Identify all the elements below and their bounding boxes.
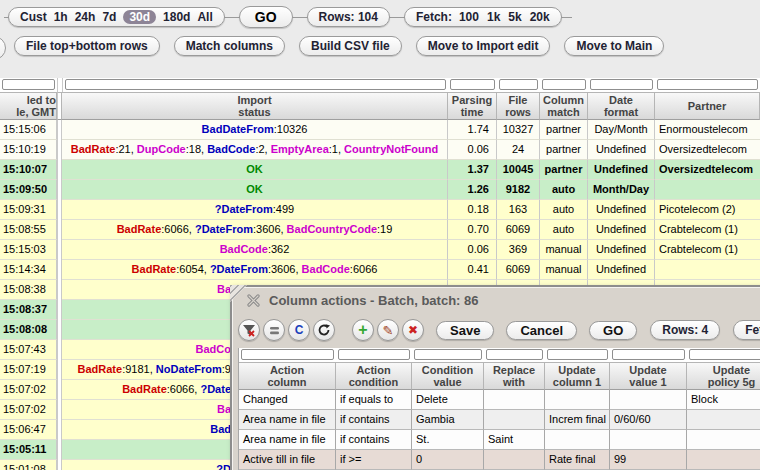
- dialog-fetch-button[interactable]: Fetch: 3: [733, 320, 760, 340]
- fetch-option-100[interactable]: 100: [459, 10, 479, 24]
- dialog-cell: Delete: [412, 390, 484, 410]
- table-row[interactable]: 15:10:07OK1.3710045partnerUndefinedOvers…: [0, 160, 760, 180]
- dialog-filter-input[interactable]: [612, 349, 685, 360]
- cell-file_rows: 6069: [497, 260, 540, 280]
- toolbar-button[interactable]: Move to Main: [564, 36, 664, 56]
- time-range-1h[interactable]: 1h: [54, 10, 68, 24]
- dialog-cell: if contains: [336, 430, 412, 450]
- column-header[interactable]: Importstatus: [62, 92, 448, 120]
- cell-time: 15:06:47: [0, 420, 57, 440]
- table-row[interactable]: 15:15:03BadCode:3620.06369manualUndefine…: [0, 240, 760, 260]
- column-header[interactable]: Filerows: [497, 92, 540, 120]
- time-range-30d[interactable]: 30d: [123, 10, 156, 24]
- table-row[interactable]: 15:09:31?DateFrom:4990.18163autoUndefine…: [0, 200, 760, 220]
- toolbar-button[interactable]: Move to Import edit: [416, 36, 551, 56]
- dialog-table-row[interactable]: Active till in fileif >=0Rate final99: [239, 450, 760, 470]
- cut-off-button[interactable]: [0, 36, 6, 60]
- dialog-cell: [687, 410, 760, 430]
- status-text: BadRate:9181, NoDateFrom:9: [78, 360, 231, 379]
- delete-icon[interactable]: ✖: [402, 319, 424, 341]
- rows-count-button[interactable]: Rows: 104: [307, 7, 390, 27]
- table-row[interactable]: 15:10:19BadRate:21, DupCode:18, BadCode:…: [0, 140, 760, 160]
- cell-fmt: Undefined: [588, 160, 655, 180]
- toolbar-button[interactable]: Match columns: [174, 36, 285, 56]
- column-header[interactable]: Partner: [655, 92, 760, 120]
- table-row[interactable]: 15:09:50OK1.269182autoMonth/Day: [0, 180, 760, 200]
- save-button[interactable]: Save: [436, 321, 494, 340]
- cell-file_rows: 369: [497, 240, 540, 260]
- dialog-go-button[interactable]: GO: [589, 321, 637, 340]
- list-icon[interactable]: [263, 319, 285, 341]
- dialog-cell: [610, 430, 687, 450]
- dialog-filter-input[interactable]: [414, 349, 482, 360]
- cell-parsing: 0.18: [448, 200, 497, 220]
- clear-icon[interactable]: C: [288, 319, 310, 341]
- dialog-table-row[interactable]: Area name in fileif containsGambiaIncrem…: [239, 410, 760, 430]
- column-header[interactable]: Parsingtime: [448, 92, 497, 120]
- refresh-icon[interactable]: [313, 319, 335, 341]
- column-header[interactable]: Columnmatch: [540, 92, 588, 120]
- fetch-option-5k[interactable]: 5k: [508, 10, 521, 24]
- column-filter-input[interactable]: [657, 79, 758, 90]
- cancel-button[interactable]: Cancel: [506, 321, 577, 340]
- dialog-column-header[interactable]: Replacewith: [484, 362, 545, 390]
- action-toolbar: File top+bottom rowsMatch columnsBuild C…: [14, 36, 664, 56]
- dialog-column-header[interactable]: Conditionvalue: [412, 362, 484, 390]
- cell-file_rows: 163: [497, 200, 540, 220]
- status-text: OK: [246, 183, 263, 195]
- column-actions-dialog: Column actions - Batch, batch: 86 C + ✎ …: [230, 285, 760, 470]
- dialog-column-header[interactable]: Actioncolumn: [239, 362, 336, 390]
- close-icon[interactable]: [246, 293, 261, 308]
- time-range-180d[interactable]: 180d: [163, 10, 190, 24]
- dialog-filter-input[interactable]: [547, 349, 608, 360]
- status-text: BadRate:6054, ?DateFrom:3606, BadCode:60…: [132, 263, 378, 275]
- dialog-table-row[interactable]: Area name in fileif containsSt.Saint: [239, 430, 760, 450]
- toolbar-button[interactable]: File top+bottom rows: [14, 36, 160, 56]
- dialog-filter-input[interactable]: [486, 349, 543, 360]
- fetch-option-1k[interactable]: 1k: [487, 10, 500, 24]
- cell-partner: Crabtelecom (1): [655, 220, 760, 240]
- edit-icon[interactable]: ✎: [377, 319, 399, 341]
- column-filter-input[interactable]: [2, 79, 55, 90]
- column-filter-input[interactable]: [590, 79, 653, 90]
- dialog-column-header[interactable]: Updatevalue 1: [610, 362, 687, 390]
- dialog-filter-input[interactable]: [689, 349, 760, 360]
- column-filter-input[interactable]: [542, 79, 586, 90]
- table-row[interactable]: 15:15:06BadDateFrom:103261.7410327partne…: [0, 120, 760, 140]
- dialog-cell: [610, 390, 687, 410]
- column-header[interactable]: Dateformat: [588, 92, 655, 120]
- cell-time: 15:08:37: [0, 300, 57, 320]
- time-range-7d[interactable]: 7d: [102, 10, 116, 24]
- status-text: BadCode:362: [220, 243, 290, 255]
- time-range-24h[interactable]: 24h: [75, 10, 96, 24]
- fetch-option-20k[interactable]: 20k: [530, 10, 550, 24]
- filter-clear-icon[interactable]: [238, 319, 260, 341]
- dialog-table-row[interactable]: Changedif equals toDeleteBlock: [239, 390, 760, 410]
- time-range-All[interactable]: All: [197, 10, 212, 24]
- top-toolbar: Cust1h24h7d30d180dAll GO Rows: 104 Fetch…: [8, 6, 562, 28]
- dialog-filter-input[interactable]: [241, 349, 334, 360]
- column-filter-input[interactable]: [499, 79, 538, 90]
- cell-file_rows: 6069: [497, 220, 540, 240]
- cell-fmt: Undefined: [588, 240, 655, 260]
- cell-file_rows: 10045: [497, 160, 540, 180]
- main-table-header: led tole, GMTImportstatusParsingtimeFile…: [0, 92, 760, 120]
- dialog-filter-input[interactable]: [338, 349, 410, 360]
- dialog-column-header[interactable]: Actioncondition: [336, 362, 412, 390]
- toolbar-button[interactable]: Build CSV file: [299, 36, 402, 56]
- column-filter-input[interactable]: [450, 79, 495, 90]
- column-header[interactable]: led tole, GMT: [0, 92, 57, 120]
- status-text: ?D: [216, 460, 231, 470]
- table-row[interactable]: 15:08:55BadRate:6066, ?DateFrom:3606, Ba…: [0, 220, 760, 240]
- go-button[interactable]: GO: [239, 6, 293, 28]
- dialog-column-header[interactable]: Updatepolicy 5g: [687, 362, 760, 390]
- column-filter-input[interactable]: [65, 79, 446, 90]
- dialog-rows-button[interactable]: Rows: 4: [650, 320, 720, 340]
- dialog-cell: Area name in file: [239, 410, 336, 430]
- app-window: Cust1h24h7d30d180dAll GO Rows: 104 Fetch…: [0, 0, 760, 470]
- time-range-Cust[interactable]: Cust: [20, 10, 47, 24]
- dialog-column-header[interactable]: Updatecolumn 1: [545, 362, 610, 390]
- add-icon[interactable]: +: [352, 319, 374, 341]
- table-row[interactable]: 15:14:34BadRate:6054, ?DateFrom:3606, Ba…: [0, 260, 760, 280]
- dialog-cell: Saint: [484, 430, 545, 450]
